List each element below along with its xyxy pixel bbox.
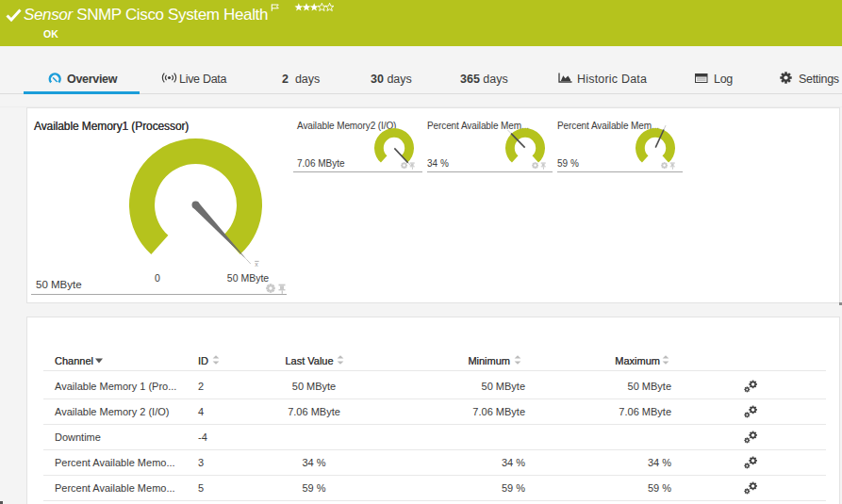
svg-text:x: x (255, 261, 258, 268)
